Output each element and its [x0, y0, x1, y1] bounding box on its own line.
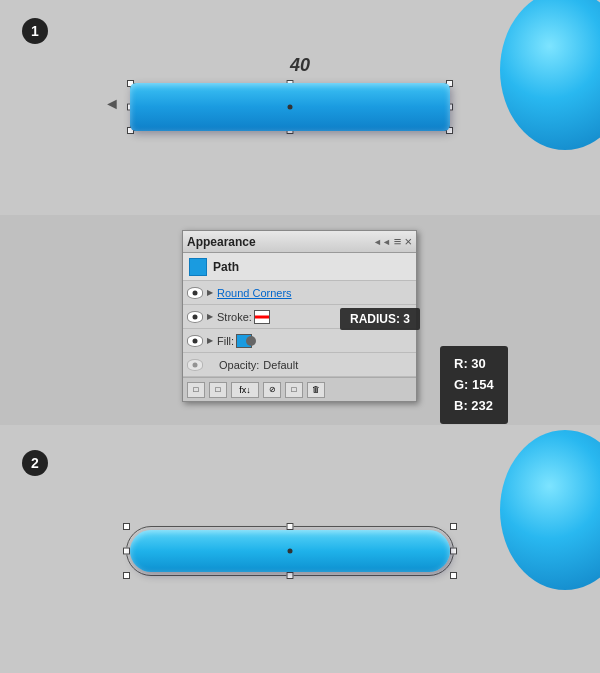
rgb-tooltip: R: 30 G: 154 B: 232 [440, 346, 508, 424]
fill-swatch[interactable] [236, 334, 252, 348]
path-color-icon [189, 258, 207, 276]
round-corners-label[interactable]: Round Corners [217, 287, 292, 299]
dimension-label: 40 [290, 55, 310, 76]
arrow-left-icon: ◄ [104, 95, 120, 113]
handle2-mr [450, 548, 457, 555]
opacity-value: Default [263, 359, 298, 371]
handle2-tm [287, 523, 294, 530]
eye-icon-opacity[interactable] [187, 359, 203, 371]
expand-icon-corners[interactable]: ▶ [207, 288, 213, 297]
menu-icon[interactable]: ≡ [394, 234, 402, 249]
handle2-bl [123, 572, 130, 579]
handle2-br [450, 572, 457, 579]
handle2-tl [123, 523, 130, 530]
handle2-tr [450, 523, 457, 530]
stroke-swatch[interactable] [254, 310, 270, 324]
eye-icon-corners[interactable] [187, 287, 203, 299]
panel-title-text: Appearance [187, 235, 256, 249]
toolbar-duplicate-btn[interactable]: □ [209, 382, 227, 398]
fill-label: Fill: [217, 335, 234, 347]
expand-icon-stroke[interactable]: ▶ [207, 312, 213, 321]
handle2-ml [123, 548, 130, 555]
toolbar-delete-btn[interactable]: 🗑 [307, 382, 325, 398]
panel-title-icons: ◄◄ ≡ × [373, 234, 412, 249]
toolbar-fx-btn[interactable]: fx↓ [231, 382, 259, 398]
section-top: 1 40 ◄ [0, 0, 600, 215]
round-corners-row[interactable]: ▶ Round Corners [183, 281, 416, 305]
close-icon[interactable]: × [404, 234, 412, 249]
center-dot-bottom [288, 549, 293, 554]
toolbar-new-item-btn[interactable]: □ [187, 382, 205, 398]
fill-row[interactable]: ▶ Fill: [183, 329, 416, 353]
toolbar-clear-btn[interactable]: ⊘ [263, 382, 281, 398]
collapse-icon[interactable]: ◄◄ [373, 237, 391, 247]
opacity-row[interactable]: Opacity: Default [183, 353, 416, 377]
g-value-row: G: 154 [454, 375, 494, 396]
center-dot-top [288, 105, 293, 110]
step-badge-1: 1 [22, 18, 48, 44]
blue-shape-bottom[interactable] [130, 530, 450, 572]
panel-toolbar: □ □ fx↓ ⊘ □ 🗑 [183, 377, 416, 401]
path-row: Path [183, 253, 416, 281]
r-value-row: R: 30 [454, 354, 494, 375]
handle2-bm [287, 572, 294, 579]
radius-tooltip: RADIUS: 3 [340, 308, 420, 330]
expand-icon-fill[interactable]: ▶ [207, 336, 213, 345]
blue-circle-top [500, 0, 600, 150]
panel-title-bar[interactable]: Appearance ◄◄ ≡ × [183, 231, 416, 253]
step-badge-2: 2 [22, 450, 48, 476]
eye-icon-stroke[interactable] [187, 311, 203, 323]
b-value-row: B: 232 [454, 396, 494, 417]
stroke-label: Stroke: [217, 311, 252, 323]
opacity-label: Opacity: [219, 359, 259, 371]
connector-dot [246, 336, 256, 346]
toolbar-copy-btn[interactable]: □ [285, 382, 303, 398]
path-label: Path [213, 260, 239, 274]
eye-icon-fill[interactable] [187, 335, 203, 347]
blue-shape-top[interactable] [130, 83, 450, 131]
